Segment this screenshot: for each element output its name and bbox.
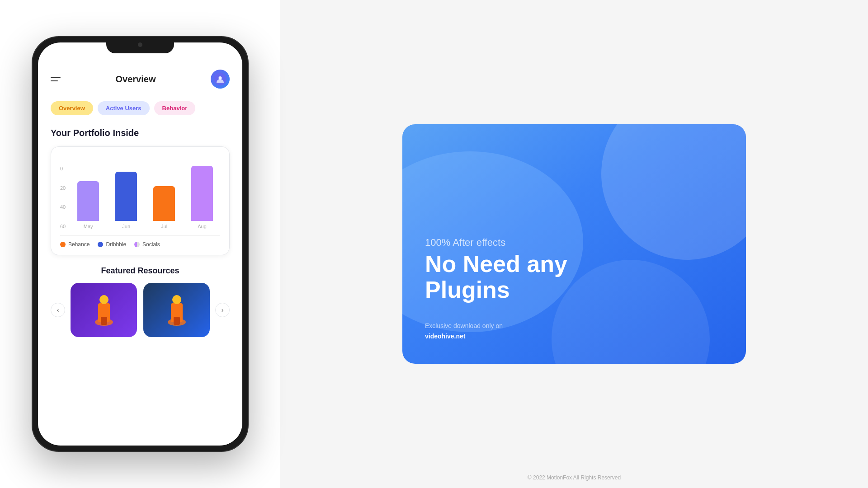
bar-aug [191, 166, 213, 221]
legend-dot-behance [60, 242, 66, 247]
chart-legend: Behance Dribbble Socials [60, 235, 220, 248]
tab-behavior[interactable]: Behavior [154, 101, 196, 115]
card-footer: Exclusive download only on videohive.net [425, 321, 723, 341]
card-content: 100% After effects No Need anyPlugins Ex… [425, 237, 723, 341]
phone-content: Overview [38, 42, 242, 446]
bar-jun [115, 172, 137, 221]
bar-label-may: May [84, 224, 93, 229]
portfolio-title: Your Portfolio Inside [51, 128, 230, 138]
featured-title: Featured Resources [51, 266, 230, 276]
right-panel: 100% After effects No Need anyPlugins Ex… [280, 0, 868, 488]
phone-area: Overview [0, 0, 280, 488]
legend-label-socials: Socials [142, 241, 160, 248]
card-subtitle: 100% After effects [425, 237, 723, 249]
y-label-20: 20 [60, 185, 66, 191]
tab-bar: Overview Active Users Behavior [51, 101, 230, 115]
legend-label-behance: Behance [68, 241, 90, 248]
y-label-60: 60 [60, 224, 66, 229]
y-label-40: 40 [60, 204, 66, 210]
chart-bars-area: May Jun Jul [70, 166, 220, 229]
bar-jul [153, 186, 175, 221]
prev-arrow[interactable]: ‹ [51, 303, 65, 317]
card-title: No Need anyPlugins [425, 251, 723, 303]
phone-topbar: Overview [51, 70, 230, 89]
bar-label-aug: Aug [198, 224, 207, 229]
resource-card-1[interactable] [71, 283, 137, 337]
resource-card-2[interactable] [143, 283, 210, 337]
legend-dot-dribbble [98, 242, 103, 247]
blue-card: 100% After effects No Need anyPlugins Ex… [402, 124, 746, 364]
svg-rect-4 [101, 317, 107, 325]
legend-behance: Behance [60, 241, 90, 248]
phone-screen: Overview [38, 42, 242, 446]
phone-frame: Overview [32, 36, 249, 452]
legend-dribbble: Dribbble [98, 241, 126, 248]
chart-card: 60 40 20 0 May Jun [51, 146, 230, 255]
tab-active-users[interactable]: Active Users [98, 101, 150, 115]
copyright: © 2022 MotionFox All Rights Reserved [528, 474, 621, 481]
svg-point-3 [99, 295, 108, 304]
bar-may [77, 181, 99, 221]
tab-overview[interactable]: Overview [51, 101, 93, 115]
legend-dot-socials [134, 242, 140, 247]
bar-group-aug: Aug [184, 166, 220, 229]
bar-group-jul: Jul [146, 166, 182, 229]
resource-cards [71, 283, 210, 337]
next-arrow[interactable]: › [215, 303, 230, 317]
y-label-0: 0 [60, 166, 66, 171]
phone-title: Overview [116, 74, 156, 84]
bar-group-may: May [70, 166, 106, 229]
legend-socials: Socials [134, 241, 160, 248]
card-footer-text: Exclusive download only on [425, 322, 503, 329]
resources-row: ‹ [51, 283, 230, 337]
legend-label-dribbble: Dribbble [106, 241, 126, 248]
chart-y-labels: 60 40 20 0 [60, 166, 70, 229]
bar-label-jul: Jul [161, 224, 167, 229]
svg-rect-8 [174, 317, 180, 325]
bar-group-jun: Jun [108, 166, 144, 229]
card-footer-link: videohive.net [425, 333, 465, 340]
hamburger-icon[interactable] [51, 77, 61, 81]
bar-label-jun: Jun [122, 224, 130, 229]
svg-point-7 [172, 295, 181, 304]
avatar [211, 70, 230, 89]
chart-container: 60 40 20 0 May Jun [60, 157, 220, 229]
